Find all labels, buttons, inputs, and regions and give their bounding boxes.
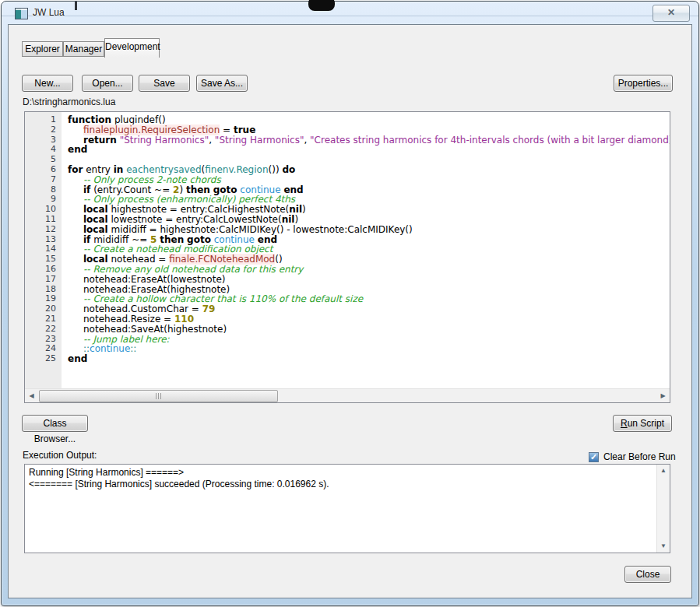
scroll-down-icon: ▼ <box>660 542 667 549</box>
line-number: 6 <box>25 165 61 175</box>
app-icon <box>15 8 28 19</box>
code-token-kw: end <box>68 144 87 155</box>
output-line: Running [String Harmonics] ======> <box>29 467 653 479</box>
tab-development-label: Development <box>105 41 160 52</box>
code-token-num: 79 <box>202 304 216 314</box>
code-token-pl: , <box>304 135 310 146</box>
close-icon: ✕ <box>667 7 675 18</box>
code-token-fn: :: <box>130 343 136 354</box>
code-token-str: "String Harmonics" <box>120 135 209 146</box>
execution-output-label: Execution Output: <box>23 450 97 461</box>
jw-lua-window: JW Lua ✕ Explorer Manager Development Ne… <box>1 1 699 606</box>
vertical-scrollbar[interactable]: ▲ ▼ <box>656 465 670 553</box>
run-script-button[interactable]: Run Script <box>613 415 672 432</box>
screen-artifact-tick <box>75 2 77 10</box>
horizontal-scroll-thumb[interactable] <box>39 390 278 402</box>
line-number: 25 <box>25 354 61 364</box>
clear-before-run-label: Clear Before Run <box>603 451 676 462</box>
output-line: <======= [String Harmonics] succeeded (P… <box>29 479 653 490</box>
scroll-thumb-grip-icon <box>156 393 162 399</box>
code-line[interactable]: return "String Harmonics", "String Harmo… <box>62 135 670 146</box>
code-token-str: "Creates string harmonics for 4th-interv… <box>310 135 670 146</box>
save-button[interactable]: Save <box>139 75 190 92</box>
code-editor[interactable]: 1234567891011121314151617181920212223242… <box>24 111 670 403</box>
execution-output-text: Running [String Harmonics] ======><=====… <box>25 465 656 553</box>
line-number-gutter: 1234567891011121314151617181920212223242… <box>25 112 62 389</box>
line-number: 22 <box>25 325 61 335</box>
code-line[interactable]: ::continue:: <box>62 344 670 354</box>
tab-manager[interactable]: Manager <box>63 41 104 57</box>
code-line[interactable]: end <box>62 354 670 364</box>
class-browser-button[interactable]: Class Browser... <box>22 415 88 432</box>
scroll-up-button[interactable]: ▲ <box>657 465 670 477</box>
properties-button[interactable]: Properties... <box>614 75 673 92</box>
execution-output-box[interactable]: Running [String Harmonics] ======><=====… <box>24 464 670 553</box>
line-number: 16 <box>25 265 61 275</box>
run-script-label-rest: un Script <box>628 418 664 429</box>
close-button[interactable]: Close <box>624 566 671 583</box>
scroll-left-icon: ◀ <box>29 392 33 399</box>
code-token-kw: end <box>68 353 87 364</box>
current-file-path: D:\stringharmonics.lua <box>23 96 115 107</box>
tab-explorer-label: Explorer <box>25 44 60 54</box>
line-number: 11 <box>25 215 61 225</box>
open-button[interactable]: Open... <box>82 75 133 92</box>
horizontal-scrollbar[interactable]: ◀ ▶ <box>25 388 670 402</box>
scroll-right-button[interactable]: ▶ <box>656 390 670 402</box>
code-lines[interactable]: function plugindef()finaleplugin.Require… <box>62 112 670 389</box>
scroll-down-button[interactable]: ▼ <box>657 540 670 553</box>
line-number: 1 <box>25 115 61 125</box>
window-close-button[interactable]: ✕ <box>653 5 690 22</box>
screen: JW Lua ✕ Explorer Manager Development Ne… <box>0 0 700 607</box>
line-number: 17 <box>25 275 61 285</box>
code-token-pl: ()) <box>269 164 283 175</box>
code-token-str: "String Harmonics" <box>215 135 304 146</box>
code-token-pl: , <box>209 135 215 146</box>
tab-development[interactable]: Development <box>104 38 160 58</box>
code-line[interactable]: function plugindef() <box>62 115 670 125</box>
screen-artifact-blob <box>308 0 335 11</box>
code-line[interactable]: -- Jump label here: <box>62 335 670 345</box>
dialog-client-area: Explorer Manager Development New... Open… <box>8 24 692 598</box>
clear-before-run-checkbox[interactable]: ✓ <box>589 452 599 462</box>
code-token-pl: plugindef() <box>111 114 166 125</box>
code-line[interactable]: end <box>62 145 670 155</box>
new-button[interactable]: New... <box>22 75 73 92</box>
code-token-kw: for <box>68 164 83 175</box>
code-token-pl: ) <box>302 204 306 215</box>
code-token-lbl: continue <box>90 343 130 354</box>
run-script-mnemonic: R <box>621 418 628 429</box>
tab-manager-label: Manager <box>65 44 102 54</box>
save-as-button[interactable]: Save As... <box>196 75 248 92</box>
titlebar[interactable]: JW Lua ✕ <box>2 2 698 24</box>
scroll-right-icon: ▶ <box>660 392 665 399</box>
line-number: 12 <box>25 225 61 235</box>
code-token-kw: do <box>282 164 295 175</box>
line-number: 21 <box>25 314 61 325</box>
code-token-kw: function <box>68 114 111 125</box>
scroll-up-icon: ▲ <box>660 467 667 474</box>
checkmark-icon: ✓ <box>590 452 597 461</box>
line-number: 2 <box>25 125 61 135</box>
window-title: JW Lua <box>33 7 65 18</box>
tab-explorer[interactable]: Explorer <box>22 41 63 57</box>
line-number: 7 <box>25 175 61 185</box>
scroll-left-button[interactable]: ◀ <box>25 390 38 402</box>
code-token-kw: return <box>83 135 117 146</box>
titlebar-glass-seam <box>2 16 698 16</box>
